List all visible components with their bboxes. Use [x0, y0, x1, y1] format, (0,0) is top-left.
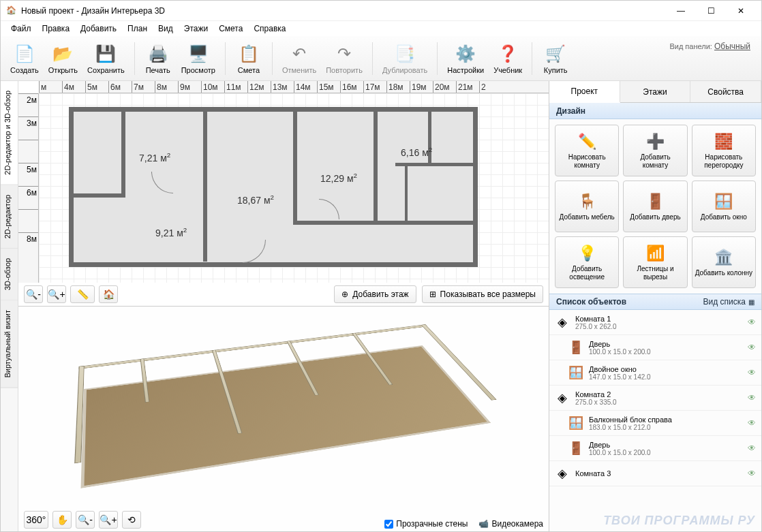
visibility-icon[interactable]: 👁: [748, 443, 756, 453]
close-button[interactable]: ✕: [726, 1, 756, 20]
design-btn-Добавить-освещение[interactable]: 💡Добавить освещение: [555, 236, 619, 288]
room-label: 6,16 м2: [401, 146, 432, 158]
menubar: ФайлПравкаДобавитьПланВидЭтажиСметаСправ…: [1, 21, 761, 36]
panel-mode: Вид панели: Обычный: [669, 42, 750, 51]
toolbar-undo-button: ↶Отменить: [278, 39, 320, 78]
transparent-walls-checkbox[interactable]: Прозрачные стены: [384, 519, 468, 529]
view-3d-area[interactable]: 360° ✋ 🔍- 🔍+ ⟲ Прозрачные стены 📹 Видеок…: [18, 307, 549, 532]
toolbar-save-button[interactable]: 💾Сохранить: [83, 39, 129, 78]
settings-icon: ⚙️: [455, 43, 476, 65]
menu-Этажи[interactable]: Этажи: [179, 22, 213, 35]
visibility-icon[interactable]: 👁: [748, 418, 756, 428]
toolbar-settings-button[interactable]: ⚙️Настройки: [443, 39, 488, 78]
side-tab-1[interactable]: 2D-редактор: [1, 185, 18, 249]
side-tab-0[interactable]: 2D-редактор и 3D-обзор: [1, 81, 18, 185]
object-item[interactable]: 🪟Балконный блок справа183.0 x 15.0 x 212…: [549, 411, 761, 436]
measure-button[interactable]: 📏: [70, 285, 95, 303]
minimize-button[interactable]: ―: [666, 1, 696, 20]
menu-Смета[interactable]: Смета: [214, 22, 247, 35]
object-item[interactable]: ◈Комната 2275.0 x 335.0👁: [549, 386, 761, 411]
canvas-2d[interactable]: 7,21 м218,67 м212,29 м26,16 м29,21 м2: [39, 93, 549, 283]
visibility-icon[interactable]: 👁: [748, 317, 756, 327]
home-button[interactable]: 🏠: [99, 285, 118, 303]
design-grid: ✏️Нарисовать комнату➕Добавить комнату🧱На…: [549, 119, 761, 294]
side-tab-2[interactable]: 3D-обзор: [1, 249, 18, 300]
side-tabs: 2D-редактор и 3D-обзор2D-редактор3D-обзо…: [1, 81, 18, 531]
menu-Вид[interactable]: Вид: [153, 22, 178, 35]
object-item[interactable]: 🚪Дверь100.0 x 15.0 x 200.0👁: [549, 436, 761, 461]
window-title: Новый проект - Дизайн Интерьера 3D: [21, 6, 666, 16]
app-icon: 🏠: [6, 5, 17, 16]
design-btn-Добавить-дверь[interactable]: 🚪Добавить дверь: [623, 181, 687, 232]
visibility-icon[interactable]: 👁: [748, 469, 756, 478]
visibility-icon[interactable]: 👁: [748, 343, 756, 352]
menu-Добавить[interactable]: Добавить: [76, 22, 121, 35]
new-icon: 📄: [14, 43, 35, 65]
toolbar-duplicate-button: 📑Дублировать: [378, 39, 431, 78]
floorplan[interactable]: 7,21 м218,67 м212,29 м26,16 м29,21 м2: [69, 107, 478, 267]
print-icon: 🖨️: [147, 43, 169, 65]
room-label: 18,67 м2: [237, 193, 274, 206]
plan-2d-controls: 🔍- 🔍+ 📏 🏠: [24, 285, 118, 303]
side-tab-3[interactable]: Виртуальный визит: [1, 300, 18, 388]
toolbar: 📄Создать📂Открыть💾Сохранить🖨️Печать🖥️Прос…: [1, 36, 761, 81]
titlebar: 🏠 Новый проект - Дизайн Интерьера 3D ― ☐…: [1, 1, 761, 21]
reset-view-button[interactable]: ⟲: [122, 511, 141, 529]
design-btn-Нарисовать-перегородку[interactable]: 🧱Нарисовать перегородку: [692, 125, 756, 176]
show-dimensions-button[interactable]: ⊞Показывать все размеры: [422, 285, 543, 303]
pan-button[interactable]: ✋: [52, 511, 72, 529]
design-btn-Нарисовать-комнату[interactable]: ✏️Нарисовать комнату: [555, 125, 619, 176]
object-item[interactable]: ◈Комната 1275.0 x 262.0👁: [549, 310, 761, 335]
camcorder-button[interactable]: 📹 Видеокамера: [478, 519, 543, 529]
add-floor-button[interactable]: ⊕Добавить этаж: [334, 285, 416, 303]
object-item[interactable]: 🪟Двойное окно147.0 x 15.0 x 142.0👁: [549, 360, 761, 386]
menu-План[interactable]: План: [123, 22, 152, 35]
menu-Файл[interactable]: Файл: [6, 22, 36, 35]
toolbar-new-button[interactable]: 📄Создать: [6, 39, 43, 78]
objects-list: ◈Комната 1275.0 x 262.0👁🚪Дверь100.0 x 15…: [549, 310, 761, 531]
menu-Правка[interactable]: Правка: [37, 22, 75, 35]
buy-icon: 🛒: [545, 43, 566, 65]
canvas-3d[interactable]: [18, 307, 549, 507]
rp-tab-Проект[interactable]: Проект: [549, 81, 620, 103]
toolbar-preview-button[interactable]: 🖥️Просмотр: [177, 39, 219, 78]
design-btn-Лестницы-и-вырезы[interactable]: 📶Лестницы и вырезы: [623, 236, 687, 288]
visibility-icon[interactable]: 👁: [748, 368, 756, 377]
design-btn-Добавить-окно[interactable]: 🪟Добавить окно: [692, 181, 756, 232]
estimate-icon: 📋: [238, 43, 260, 65]
redo-icon: ↷: [333, 43, 355, 65]
toolbar-estimate-button[interactable]: 📋Смета: [231, 39, 266, 78]
object-item[interactable]: ◈Комната 3👁: [549, 461, 761, 486]
object-item[interactable]: 🚪Дверь100.0 x 15.0 x 200.0👁: [549, 335, 761, 360]
right-panel-tabs: ПроектЭтажиСвойства: [549, 81, 761, 103]
ruler-horizontal: м4м5м6м7м8м9м10м11м12м13м14м15м16м17м18м…: [39, 81, 549, 93]
menu-Справка[interactable]: Справка: [249, 22, 290, 35]
room-label: 7,21 м2: [139, 151, 170, 163]
toolbar-open-button[interactable]: 📂Открыть: [44, 39, 82, 78]
duplicate-icon: 📑: [394, 43, 416, 65]
zoom-in-button[interactable]: 🔍+: [47, 285, 66, 303]
help-icon: ❓: [497, 43, 519, 65]
view-mode-toggle[interactable]: Вид списка ▦: [703, 297, 755, 307]
open-icon: 📂: [52, 43, 74, 65]
toolbar-help-button[interactable]: ❓Учебник: [489, 39, 526, 78]
zoom-out-button[interactable]: 🔍-: [24, 285, 43, 303]
rotate-360-button[interactable]: 360°: [24, 511, 48, 529]
design-btn-Добавить-колонну[interactable]: 🏛️Добавить колонну: [692, 236, 756, 288]
design-btn-Добавить-комнату[interactable]: ➕Добавить комнату: [623, 125, 687, 176]
design-btn-Добавить-мебель[interactable]: 🪑Добавить мебель: [555, 181, 619, 232]
toolbar-print-button[interactable]: 🖨️Печать: [140, 39, 176, 78]
rp-tab-Свойства[interactable]: Свойства: [690, 81, 761, 102]
panel-mode-link[interactable]: Обычный: [714, 42, 750, 51]
room-label: 12,29 м2: [320, 172, 357, 184]
toolbar-buy-button[interactable]: 🛒Купить: [538, 39, 573, 78]
rp-tab-Этажи[interactable]: Этажи: [620, 81, 691, 102]
undo-icon: ↶: [288, 43, 310, 65]
zoom-out-3d-button[interactable]: 🔍-: [76, 511, 95, 529]
toolbar-redo-button: ↷Повторить: [322, 39, 367, 78]
plan-2d-area[interactable]: м4м5м6м7м8м9м10м11м12м13м14м15м16м17м18м…: [18, 81, 549, 307]
design-header: Дизайн: [549, 103, 761, 119]
maximize-button[interactable]: ☐: [696, 1, 726, 20]
visibility-icon[interactable]: 👁: [748, 393, 756, 403]
zoom-in-3d-button[interactable]: 🔍+: [99, 511, 118, 529]
